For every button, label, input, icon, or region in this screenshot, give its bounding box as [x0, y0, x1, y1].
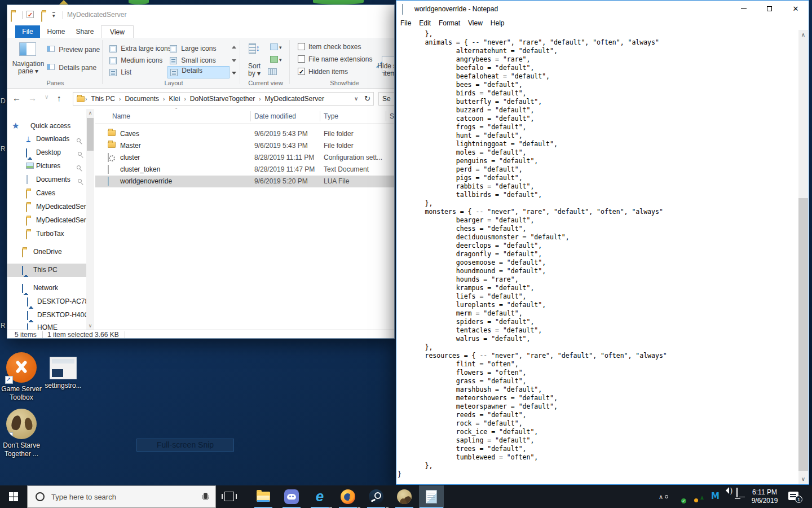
- up-button[interactable]: ↑: [57, 93, 61, 103]
- desktop-icon-dont-starve-together[interactable]: Don't Starve Together ...: [0, 409, 43, 458]
- menu-format[interactable]: Format: [435, 17, 464, 30]
- menu-help[interactable]: Help: [487, 17, 509, 30]
- tab-home[interactable]: Home: [43, 25, 69, 38]
- desktop-icon-settings-screenshot[interactable]: settingstro...: [42, 357, 85, 390]
- details-option-selected[interactable]: Details: [167, 66, 230, 78]
- maximize-button[interactable]: [757, 1, 783, 17]
- full-screen-snip-button[interactable]: Full-screen Snip: [136, 439, 234, 452]
- taskbar-steam[interactable]: [364, 485, 389, 508]
- taskbar-notepad-active[interactable]: [419, 485, 444, 508]
- file-row-cluster-token[interactable]: cluster_token 8/28/2019 11:47 PM Text Do…: [95, 164, 395, 176]
- taskbar-internet-explorer[interactable]: e: [307, 485, 332, 508]
- sidebar-item-downloads[interactable]: ↓ Downloads: [7, 133, 94, 146]
- tab-view[interactable]: View: [101, 25, 134, 38]
- taskbar-dont-starve-together[interactable]: [392, 485, 417, 508]
- sidebar-scrollbar-thumb[interactable]: [87, 118, 94, 151]
- sidebar-item-network[interactable]: Network: [7, 282, 94, 295]
- sidebar-item-caves[interactable]: Caves: [7, 187, 94, 200]
- qat-customize-dropdown-icon[interactable]: ▾: [52, 12, 55, 18]
- qat-properties-icon[interactable]: ✓: [27, 11, 34, 18]
- refresh-icon[interactable]: ↻: [364, 94, 370, 103]
- close-button[interactable]: ✕: [783, 1, 809, 17]
- task-view-button[interactable]: [224, 492, 234, 501]
- taskbar-file-explorer[interactable]: [251, 485, 276, 508]
- sidebar-item-this-pc-selected[interactable]: This PC: [7, 264, 94, 277]
- taskbar-clock[interactable]: 6:11 PM 9/6/2019: [748, 488, 782, 505]
- scroll-up-icon[interactable]: ∧: [798, 32, 808, 38]
- menu-file[interactable]: File: [396, 17, 415, 30]
- sidebar-item-desktop-ac789[interactable]: DESKTOP-AC789: [7, 295, 94, 309]
- sidebar-item-desktop[interactable]: Desktop: [7, 146, 94, 160]
- menu-edit[interactable]: Edit: [415, 17, 435, 30]
- file-row-caves[interactable]: Caves 9/6/2019 5:43 PM File folder: [95, 128, 395, 140]
- microphone-icon[interactable]: [204, 493, 208, 499]
- forward-button[interactable]: →: [28, 93, 37, 103]
- hidden-items-label[interactable]: Hidden items: [308, 68, 348, 76]
- sidebar-item-turbotax[interactable]: TurboTax: [7, 227, 94, 241]
- file-name-extensions-label[interactable]: File name extensions: [308, 55, 372, 63]
- breadcrumb-mydedicatedserver[interactable]: MyDedicatedServer: [262, 95, 328, 103]
- navigation-pane-label[interactable]: Navigationpane ▾: [11, 60, 46, 75]
- file-row-worldgenoverride-selected[interactable]: worldgenoverride 9/6/2019 5:20 PM LUA Fi…: [95, 176, 395, 187]
- add-columns-icon[interactable]: [270, 56, 278, 63]
- taskbar-firefox[interactable]: [336, 485, 360, 508]
- scroll-down-icon[interactable]: ∨: [798, 476, 808, 482]
- address-field[interactable]: › This PC› Documents› Klei› DoNotStarveT…: [73, 92, 374, 106]
- breadcrumb-donotstarvetogether[interactable]: DoNotStarveTogether: [187, 95, 258, 103]
- recent-locations-dropdown-icon[interactable]: ∨: [45, 94, 48, 100]
- scroll-down-icon[interactable]: ∨: [86, 323, 94, 329]
- column-date-modified[interactable]: Date modified: [254, 112, 296, 120]
- back-button[interactable]: ←: [12, 93, 21, 103]
- details-pane-button[interactable]: Details pane: [47, 64, 96, 72]
- notepad-scrollbar-thumb[interactable]: [798, 198, 808, 471]
- notepad-scrollbar[interactable]: ∧ ∨: [798, 30, 808, 484]
- menu-view[interactable]: View: [464, 17, 487, 30]
- scroll-up-icon[interactable]: ∧: [86, 110, 94, 116]
- sort-by-button[interactable]: Sortby ▾: [243, 63, 266, 77]
- sidebar-item-quick-access[interactable]: ★ Quick access: [7, 120, 94, 133]
- taskbar-discord[interactable]: [279, 485, 304, 508]
- qat-new-folder-icon[interactable]: [41, 11, 42, 22]
- breadcrumb-klei[interactable]: Klei: [165, 95, 183, 103]
- sidebar-item-onedrive[interactable]: OneDrive: [7, 246, 94, 259]
- sidebar-scrollbar[interactable]: ∧ ∨: [86, 109, 94, 330]
- group-by-icon[interactable]: [270, 43, 278, 50]
- file-name-extensions-checkbox[interactable]: [298, 55, 305, 63]
- tray-malwarebytes-icon[interactable]: M: [711, 491, 720, 501]
- layout-scroll-up-icon[interactable]: [232, 46, 236, 49]
- column-size[interactable]: Si: [390, 112, 395, 120]
- extra-large-icons-option[interactable]: Extra large icons: [109, 45, 171, 54]
- list-option[interactable]: List: [109, 68, 131, 78]
- column-type[interactable]: Type: [324, 112, 338, 120]
- sidebar-item-desktop-h40gh[interactable]: DESKTOP-H40GH: [7, 309, 94, 322]
- address-dropdown-icon[interactable]: ∨: [354, 95, 358, 102]
- hidden-items-checkbox[interactable]: ✓: [298, 68, 305, 75]
- item-check-boxes-label[interactable]: Item check boxes: [308, 43, 361, 51]
- notepad-titlebar[interactable]: worldgenoverride - Notepad ✕: [396, 1, 809, 17]
- desktop-icon-game-server-toolbox[interactable]: Game Server Toolbox: [0, 352, 43, 402]
- tab-file[interactable]: File: [15, 25, 40, 38]
- search-box[interactable]: Se: [378, 92, 395, 106]
- medium-icons-option[interactable]: Medium icons: [109, 56, 162, 66]
- tray-network-icon[interactable]: [736, 488, 738, 497]
- sidebar-item-mydedicatedserver-2[interactable]: MyDedicatedSer: [7, 214, 94, 227]
- sidebar-item-pictures[interactable]: Pictures: [7, 160, 94, 173]
- action-center-button[interactable]: 1: [788, 492, 798, 500]
- notepad-text[interactable]: }, animals = { -- "never", "rare", "defa…: [398, 30, 798, 484]
- navigation-pane-button[interactable]: [19, 42, 36, 56]
- file-row-cluster[interactable]: cluster 8/28/2019 11:11 PM Configuration…: [95, 152, 395, 164]
- breadcrumb-documents[interactable]: Documents: [121, 95, 162, 103]
- tab-share[interactable]: Share: [72, 25, 98, 38]
- sidebar-item-mydedicatedserver-1[interactable]: MyDedicatedSer: [7, 200, 94, 214]
- taskbar-search-box[interactable]: Type here to search: [27, 485, 216, 508]
- column-name[interactable]: Name: [112, 112, 130, 120]
- sidebar-item-documents[interactable]: Documents: [7, 173, 94, 187]
- layout-scroll-down-icon[interactable]: [232, 59, 236, 62]
- tray-expand-icon[interactable]: ∧: [659, 493, 663, 501]
- preview-pane-button[interactable]: Preview pane: [47, 46, 100, 54]
- minimize-button[interactable]: [731, 1, 757, 17]
- large-icons-option[interactable]: Large icons: [170, 45, 216, 54]
- sidebar-item-home[interactable]: HOME: [7, 321, 94, 330]
- file-row-master[interactable]: Master 9/6/2019 5:43 PM File folder: [95, 140, 395, 152]
- explorer-titlebar[interactable]: ✓ ▾ MyDedicatedServer: [7, 5, 394, 25]
